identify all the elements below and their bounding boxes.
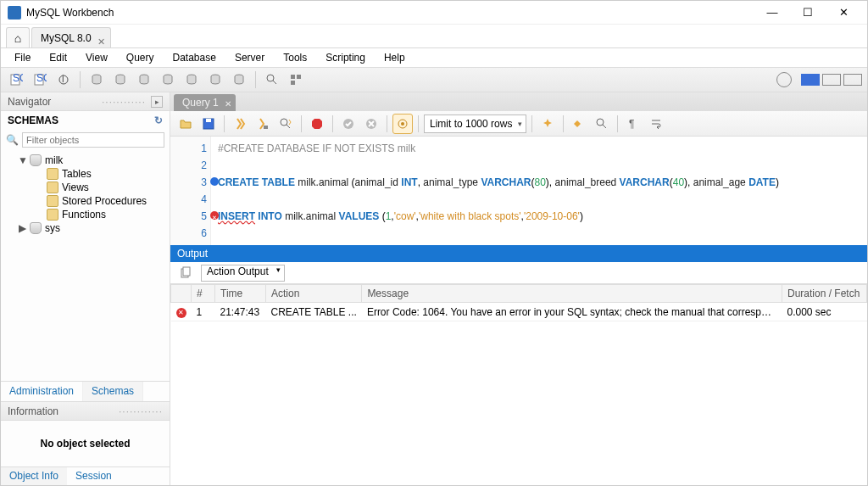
info-tab-session[interactable]: Session (67, 467, 120, 485)
autocommit-toggle[interactable] (392, 114, 413, 134)
maximize-button[interactable]: ☐ (791, 3, 825, 23)
svg-line-22 (287, 125, 290, 128)
output-row[interactable]: ✕121:47:43CREATE TABLE ...Error Code: 10… (171, 303, 867, 321)
svg-text:¶: ¶ (629, 118, 634, 130)
db-button-3[interactable] (134, 70, 154, 90)
save-button[interactable] (198, 114, 219, 134)
new-sql-tab-button[interactable]: SQL (6, 70, 26, 90)
output-grid: #TimeActionMessageDuration / Fetch ✕121:… (170, 284, 867, 485)
find-button[interactable] (569, 114, 589, 134)
inspector-button[interactable]: i (53, 70, 74, 90)
svg-rect-17 (291, 81, 295, 85)
menu-file[interactable]: File (6, 50, 39, 65)
navigator-header: Navigator ············ ▸ (1, 92, 170, 111)
toggle-left-panel[interactable] (801, 74, 820, 86)
rollback-button[interactable] (361, 114, 381, 134)
tree-db-milk[interactable]: ▼milk (1, 154, 170, 167)
close-icon[interactable]: ✕ (97, 31, 105, 52)
tree-folder-views[interactable]: Views (1, 181, 170, 194)
navigator-panel: Navigator ············ ▸ SCHEMAS ↻ 🔍 ▼mi… (1, 92, 170, 485)
beautify-button[interactable] (537, 114, 558, 134)
svg-point-21 (281, 119, 287, 126)
svg-rect-19 (206, 119, 211, 122)
svg-text:SQL: SQL (36, 73, 47, 84)
schemas-label: SCHEMAS (8, 115, 58, 126)
db-button-2[interactable] (110, 70, 131, 90)
tree-db-sys[interactable]: ▶sys (1, 221, 170, 235)
wrap-button[interactable] (646, 114, 666, 134)
output-copy-button[interactable] (175, 263, 196, 283)
close-button[interactable]: ✕ (826, 3, 860, 23)
db-button-7[interactable] (229, 70, 249, 90)
information-body: No object selected (1, 421, 170, 466)
db-button-4[interactable] (158, 70, 178, 90)
tree-folder-stored-procedures[interactable]: Stored Procedures (1, 194, 170, 208)
home-button[interactable]: ⌂ (6, 27, 30, 47)
titlebar: MySQL Workbench — ☐ ✕ (1, 1, 867, 25)
collapse-icon[interactable]: ▸ (151, 96, 163, 108)
tree-folder-tables[interactable]: Tables (1, 167, 170, 181)
toggle-right-panel[interactable] (843, 74, 862, 86)
nav-tab-schemas[interactable]: Schemas (83, 382, 143, 401)
db-button-6[interactable] (205, 70, 225, 90)
limit-rows-dropdown[interactable]: Limit to 1000 rows (424, 115, 526, 133)
sql-editor[interactable]: 123456 #CREATE DATABASE IF NOT EXISTS mi… (170, 137, 867, 245)
stop-button[interactable] (307, 114, 327, 134)
menu-tools[interactable]: Tools (275, 50, 315, 65)
db-button-1[interactable] (86, 70, 107, 90)
connection-tab-label: MySQL 8.0 (41, 32, 92, 44)
search-button[interactable] (262, 70, 282, 90)
output-header: Output (170, 245, 867, 262)
nav-tab-administration[interactable]: Administration (1, 382, 83, 401)
menu-help[interactable]: Help (376, 50, 414, 65)
dashboard-button[interactable] (286, 70, 306, 90)
svg-point-13 (267, 75, 274, 81)
menu-scripting[interactable]: Scripting (317, 50, 374, 65)
schema-tree: ▼milkTablesViewsStored ProceduresFunctio… (1, 150, 170, 381)
svg-line-28 (603, 125, 606, 128)
tree-folder-functions[interactable]: Functions (1, 208, 170, 221)
open-file-button[interactable] (175, 114, 196, 134)
svg-rect-20 (264, 126, 268, 129)
connection-tab[interactable]: MySQL 8.0 ✕ (31, 27, 111, 47)
toggle-bottom-panel[interactable] (822, 74, 841, 86)
menu-server[interactable]: Server (226, 50, 273, 65)
svg-point-26 (401, 122, 404, 126)
svg-text:SQL: SQL (13, 73, 23, 84)
menu-query[interactable]: Query (118, 50, 163, 65)
execute-button[interactable] (230, 114, 250, 134)
explain-button[interactable] (275, 114, 296, 134)
output-type-dropdown[interactable]: Action Output (201, 265, 285, 282)
query-tab[interactable]: Query 1 ✕ (174, 94, 236, 111)
filter-input[interactable] (22, 132, 164, 148)
svg-line-14 (273, 81, 276, 84)
search-button-2[interactable] (592, 114, 612, 134)
settings-icon[interactable] (776, 72, 792, 87)
open-sql-button[interactable]: SQL (30, 70, 50, 90)
svg-text:i: i (62, 73, 64, 85)
execute-current-button[interactable] (253, 114, 273, 134)
svg-rect-15 (291, 75, 295, 79)
menubar: FileEditViewQueryDatabaseServerToolsScri… (1, 48, 867, 67)
svg-rect-16 (297, 75, 301, 79)
commit-button[interactable] (338, 114, 359, 134)
app-icon (8, 6, 21, 20)
main-toolbar: SQL SQL i (1, 67, 867, 92)
information-header: Information ············ (1, 402, 170, 421)
svg-rect-31 (183, 267, 190, 276)
error-icon: ✕ (176, 308, 186, 318)
menu-database[interactable]: Database (164, 50, 225, 65)
search-icon: 🔍 (6, 134, 19, 146)
menu-view[interactable]: View (77, 50, 116, 65)
main-area: Query 1 ✕ Limit to 1000 rows (170, 92, 867, 485)
info-tab-object-info[interactable]: Object Info (1, 467, 67, 485)
menu-edit[interactable]: Edit (41, 50, 75, 65)
window-title: MySQL Workbench (26, 7, 755, 19)
refresh-icon[interactable]: ↻ (154, 115, 163, 126)
minimize-button[interactable]: — (755, 3, 789, 23)
svg-point-27 (597, 119, 604, 126)
close-icon[interactable]: ✕ (225, 96, 231, 113)
query-toolbar: Limit to 1000 rows ¶ (170, 111, 867, 137)
db-button-5[interactable] (181, 70, 202, 90)
toggle-invisible-button[interactable]: ¶ (623, 114, 643, 134)
